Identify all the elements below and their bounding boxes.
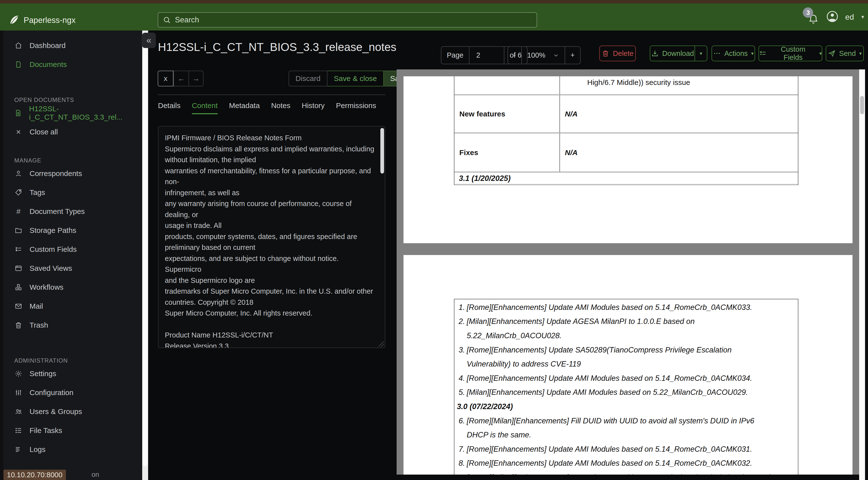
list-item-number: 5. [455,388,467,397]
download-button[interactable]: Download [650,46,694,61]
mail-icon [14,302,23,310]
administration-heading: ADMINISTRATION [3,352,142,364]
actions-button[interactable]: Actions▾ [712,46,755,61]
trash-icon [14,321,23,329]
sidebar-item-document-types[interactable]: #Document Types [3,202,142,221]
logs-icon [14,445,23,454]
list-item-number: 4. [455,374,467,383]
sidebar-item-label: Logs [30,445,45,454]
sidebar-item-settings[interactable]: Settings [3,364,142,383]
sidebar-item-trash[interactable]: Trash [3,316,142,334]
save-button-group: Discard Save & close Save [288,71,414,86]
textarea-scrollbar-thumb[interactable] [380,128,384,174]
paperless-logo-icon [8,14,20,26]
sidebar-item-label: Settings [30,369,56,378]
tab-details[interactable]: Details [158,101,181,114]
tab-history[interactable]: History [302,101,324,114]
file-text-icon [14,109,22,117]
textarea-resize-handle[interactable] [378,341,384,347]
send-icon [828,50,836,57]
search-input[interactable] [175,16,532,24]
close-all-label: Close all [30,128,58,136]
download-split-button: Download ▾ [650,46,707,61]
document-title: H12SSL-i_C_CT_NT_BIOS_3.3_release_notes [158,40,396,54]
pdf-scrollbar[interactable] [859,69,865,480]
tag-icon [14,188,23,197]
sidebar: DashboardDocuments OPEN DOCUMENTS H12SSL… [0,31,142,480]
custom-fields-button[interactable]: Custom Fields▾ [758,46,822,61]
hash-icon: # [14,207,23,216]
notifications-button[interactable]: 3 [805,9,819,25]
tasks-icon [14,426,23,435]
previous-document-button[interactable]: ← [174,71,188,86]
zoom-level-value: 100% [527,51,546,59]
tab-metadata[interactable]: Metadata [229,101,260,114]
send-button[interactable]: Send▾ [826,46,864,61]
caret-down-icon: ▾ [859,51,862,56]
sidebar-item-users-groups[interactable]: Users & Groups [3,402,142,421]
sidebar-item-mail[interactable]: Mail [3,297,142,316]
dots-horizontal-icon [713,50,721,57]
user-menu[interactable] [826,10,839,24]
table-cell-label: New features [455,95,560,132]
list-item-number: 8. [455,459,467,468]
sidebar-item-logs[interactable]: Logs [3,440,142,459]
topbar: Paperless-ngx 3 ed ▾ [0,3,868,31]
sidebar-item-dashboard[interactable]: Dashboard [3,36,142,55]
list-item: 1.[Rome][Enhancements] Update AMI Module… [455,300,798,314]
tab-notes[interactable]: Notes [271,101,290,114]
sidebar-item-label: Trash [30,321,48,329]
user-icon [14,169,23,178]
sidebar-item-storage-paths[interactable]: Storage Paths [3,221,142,240]
list-item: 0.Vulnerability) to address CVE-119 [455,357,798,371]
page-number-input[interactable] [475,51,498,59]
next-document-button[interactable]: → [188,71,204,86]
discard-button[interactable]: Discard [288,71,328,86]
open-document-h12ssl-i-c-ct-nt-bios-3-3-rel-[interactable]: H12SSL-i_C_CT_NT_BIOS_3.3_rel... [3,103,142,122]
window-icon [14,264,23,272]
sidebar-item-documents[interactable]: Documents [3,55,142,74]
sidebar-item-workflows[interactable]: Workflows [3,278,142,297]
zoom-in-button[interactable]: + [565,47,580,64]
sidebar-scrollbar[interactable] [142,31,148,480]
close-all-button[interactable]: Close all [3,122,142,141]
list-item: 7.[Rome][Enhancements] Update AMI Module… [455,442,798,456]
list-item-number: 9. [455,473,467,475]
list-item-text: [Milan][Enhancements] Update AGESA Milan… [467,317,697,326]
content-textarea[interactable]: IPMI Firmware / BIOS Release Notes Form … [158,126,385,348]
download-options-caret[interactable]: ▾ [694,46,707,61]
list-item: 9.[Rome][Milan][Enhancements] For UsbBus… [455,471,798,475]
delete-button[interactable]: Delete [599,46,636,61]
save-and-close-button[interactable]: Save & close [328,71,384,86]
tab-content[interactable]: Content [192,101,218,114]
sidebar-item-file-tasks[interactable]: File Tasks [3,421,142,440]
sidebar-item-label: Documents [30,60,67,69]
zoom-out-button[interactable]: - [508,47,521,64]
list-item-text: [Rome][Enhancements] Update AMI Modules … [467,303,754,312]
caret-down-icon: ▾ [700,51,702,56]
app-title[interactable]: Paperless-ngx [24,13,75,28]
sliders-icon [14,388,23,397]
sidebar-item-tags[interactable]: Tags [3,183,142,202]
global-search[interactable] [158,12,537,28]
pdf-scrollbar-thumb[interactable] [860,96,864,114]
sidebar-scrollbar-thumb[interactable] [143,48,148,466]
close-document-button[interactable]: x [158,71,174,86]
folder-icon [14,226,23,235]
zoom-level-select[interactable]: 100% [521,47,565,64]
tab-permissions[interactable]: Permissions [336,101,376,114]
app-screen: Paperless-ngx 3 ed ▾ DashboardDocuments … [0,0,868,480]
sidebar-item-correspondents[interactable]: Correspondents [3,164,142,183]
table-cell-partial: High/6.7 Middle)) security issue [560,78,717,87]
sidebar-item-configuration[interactable]: Configuration [3,383,142,402]
list-item-number: 6. [455,417,467,425]
list-item: 0.5.22_MilanCrb_0ACOU028. [455,329,798,343]
sidebar-item-partial-label: on [92,471,99,479]
username-label[interactable]: ed [845,12,854,22]
collapse-sidebar-button[interactable]: « [142,33,156,48]
topbar-right-cluster: 3 ed ▾ [805,3,864,31]
list-item: 8.[Rome][Enhancements] Update AMI Module… [455,456,798,471]
sidebar-item-custom-fields[interactable]: Custom Fields [3,240,142,259]
sidebar-item-saved-views[interactable]: Saved Views [3,259,142,278]
table-cell-label: Fixes [455,133,560,172]
